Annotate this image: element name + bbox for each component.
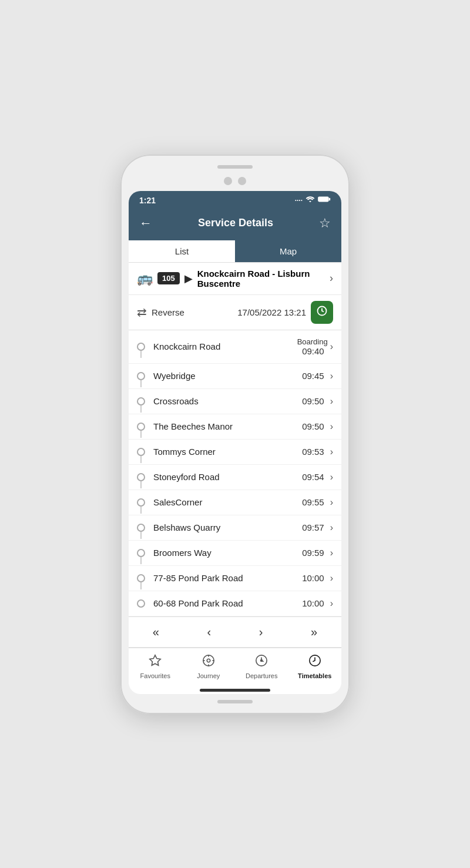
stop-chevron-icon: › — [330, 522, 333, 533]
stop-row[interactable]: 60-68 Pond Park Road 10:00 › — [129, 591, 341, 616]
bottom-nav-journey[interactable]: Journey — [182, 652, 236, 682]
stop-dot — [137, 343, 145, 351]
stop-timeline — [137, 473, 145, 481]
stop-time: 09:40 — [302, 346, 324, 356]
stop-time-block: Boarding 09:40 — [297, 337, 328, 356]
tab-map[interactable]: Map — [235, 240, 341, 262]
stop-name: The Beeches Manor — [153, 421, 302, 431]
stop-info: Knockcairn Road — [153, 341, 297, 351]
stop-line — [140, 532, 142, 539]
stop-name: 77-85 Pond Park Road — [153, 573, 302, 583]
reverse-icon: ⇄ — [137, 305, 147, 319]
tab-list[interactable]: List — [129, 240, 235, 262]
stop-timeline — [137, 372, 145, 380]
stop-info: 60-68 Pond Park Road — [153, 598, 302, 608]
phone-speaker — [217, 165, 253, 169]
favourites-nav-icon — [149, 654, 162, 671]
stop-info: SalesCorner — [153, 497, 302, 507]
stop-row[interactable]: Stoneyford Road 09:54 › — [129, 465, 341, 490]
stop-info: Stoneyford Road — [153, 472, 302, 482]
reverse-button[interactable]: Reverse — [152, 307, 184, 317]
stop-time-block: 09:59 — [302, 548, 328, 558]
stop-time-block: 09:50 — [302, 421, 328, 431]
stop-row[interactable]: The Beeches Manor 09:50 › — [129, 414, 341, 440]
stop-name: Tommys Corner — [153, 447, 302, 457]
next-button[interactable]: › — [251, 623, 271, 641]
stop-timeline — [137, 343, 145, 351]
svg-rect-1 — [329, 198, 330, 201]
home-indicator — [200, 689, 270, 692]
stop-line — [140, 481, 142, 488]
favourite-button[interactable]: ☆ — [319, 216, 331, 231]
stop-timeline — [137, 448, 145, 456]
stop-name: Broomers Way — [153, 548, 302, 558]
stop-dot — [137, 473, 145, 481]
stop-time: 09:45 — [302, 371, 324, 381]
back-button[interactable]: ← — [139, 216, 152, 231]
stop-line — [140, 557, 142, 564]
stop-time-block: 09:53 — [302, 447, 328, 457]
journey-nav-label: Journey — [197, 672, 220, 679]
stop-time: 09:59 — [302, 548, 324, 558]
stop-name: Stoneyford Road — [153, 472, 302, 482]
stop-chevron-icon: › — [330, 548, 333, 558]
clock-button[interactable] — [311, 301, 333, 324]
stop-row[interactable]: Wyebridge 09:45 › — [129, 364, 341, 389]
stop-name: Wyebridge — [153, 371, 302, 381]
stop-dot — [137, 549, 145, 557]
stop-time: 09:55 — [302, 497, 324, 507]
stop-chevron-icon: › — [330, 573, 333, 584]
stop-info: Wyebridge — [153, 371, 302, 381]
first-button[interactable]: « — [145, 623, 167, 641]
stop-time: 09:50 — [302, 396, 324, 406]
timetables-nav-label: Timetables — [298, 672, 331, 679]
route-name: Knockcairn Road - Lisburn Buscentre — [197, 269, 325, 289]
stop-time: 09:53 — [302, 447, 324, 457]
stop-name: Crossroads — [153, 396, 302, 406]
timetables-nav-icon — [308, 654, 321, 671]
status-bar: 1:21 ···· — [129, 191, 341, 209]
stop-time-block: 09:57 — [302, 522, 328, 532]
stop-row[interactable]: Belshaws Quarry 09:57 › — [129, 515, 341, 541]
stop-dot — [137, 524, 145, 532]
battery-icon — [318, 196, 331, 205]
phone-screen: 1:21 ···· ← — [129, 191, 341, 694]
reverse-row: ⇄ Reverse 17/05/2022 13:21 — [129, 295, 341, 330]
stop-row[interactable]: Broomers Way 09:59 › — [129, 541, 341, 566]
svg-point-5 — [207, 659, 210, 662]
reverse-left: ⇄ Reverse — [137, 305, 184, 319]
reverse-right: 17/05/2022 13:21 — [237, 301, 333, 324]
bottom-nav-timetables[interactable]: Timetables — [288, 652, 342, 682]
stop-row[interactable]: Tommys Corner 09:53 › — [129, 440, 341, 465]
last-button[interactable]: » — [303, 623, 325, 641]
stop-line — [140, 351, 142, 358]
stop-dot — [137, 372, 145, 380]
stop-info: Belshaws Quarry — [153, 522, 302, 532]
stop-info: Broomers Way — [153, 548, 302, 558]
bottom-nav-favourites[interactable]: Favourites — [129, 652, 182, 682]
stop-time-block: 09:50 — [302, 396, 328, 406]
stop-line — [140, 507, 142, 514]
stop-line — [140, 456, 142, 463]
stop-row[interactable]: SalesCorner 09:55 › — [129, 490, 341, 515]
stop-timeline — [137, 524, 145, 532]
stop-name: Belshaws Quarry — [153, 522, 302, 532]
stop-row[interactable]: Knockcairn Road Boarding 09:40 › — [129, 330, 341, 364]
stop-time: 09:54 — [302, 472, 324, 482]
stop-chevron-icon: › — [330, 371, 333, 381]
boarding-label: Boarding — [297, 337, 328, 346]
phone-bottom-speaker — [217, 700, 253, 703]
datetime-display: 17/05/2022 13:21 — [237, 307, 306, 317]
stop-dot — [137, 599, 145, 608]
stop-row[interactable]: Crossroads 09:50 › — [129, 389, 341, 414]
prev-button[interactable]: ‹ — [199, 623, 220, 641]
wifi-icon — [306, 196, 315, 205]
stop-row[interactable]: 77-85 Pond Park Road 10:00 › — [129, 566, 341, 591]
route-row[interactable]: 🚌 105 ▶ Knockcairn Road - Lisburn Buscen… — [129, 263, 341, 295]
signal-icon: ···· — [295, 196, 303, 205]
departures-nav-icon — [255, 654, 268, 671]
bottom-nav-departures[interactable]: Departures — [235, 652, 288, 682]
route-chevron-icon: › — [330, 272, 333, 284]
stop-line — [140, 405, 142, 413]
stop-line — [140, 380, 142, 387]
